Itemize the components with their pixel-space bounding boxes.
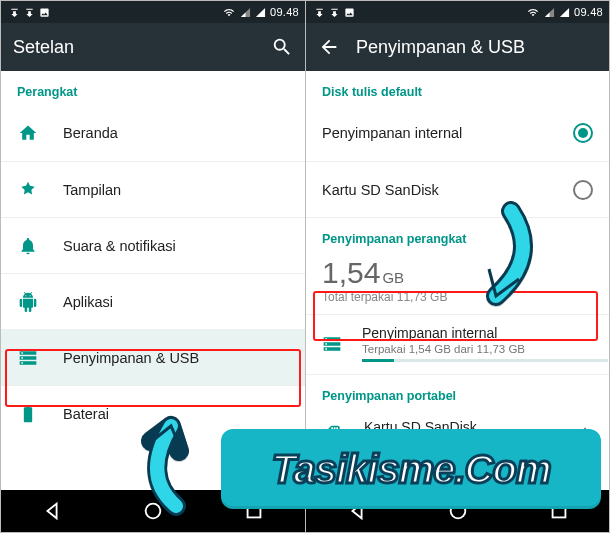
radio-selected-icon[interactable] (573, 123, 593, 143)
section-header-device: Perangkat (1, 71, 305, 105)
settings-item-storage[interactable]: Penyimpanan & USB (1, 329, 305, 385)
section-default-disk: Disk tulis default (306, 71, 609, 105)
internal-storage-item[interactable]: Penyimpanan internal Terpakai 1,54 GB da… (306, 315, 609, 368)
internal-progress (362, 359, 608, 362)
bell-icon (17, 236, 39, 256)
nav-back-icon[interactable] (41, 500, 63, 522)
internal-label: Penyimpanan internal (362, 325, 608, 341)
screenshot-icon (39, 7, 50, 18)
battery-icon (17, 404, 39, 424)
settings-item-sound[interactable]: Suara & notifikasi (1, 217, 305, 273)
wifi-icon (222, 7, 236, 18)
default-option-sdcard[interactable]: Kartu SD SanDisk (306, 161, 609, 217)
signal-icon (559, 7, 570, 18)
storage-icon (17, 348, 39, 368)
radio-unselected-icon[interactable] (573, 180, 593, 200)
summary-sub: Total terpakai 11,73 GB (322, 290, 593, 304)
android-icon (17, 292, 39, 312)
appbar-title: Penyimpanan & USB (356, 37, 597, 58)
watermark-badge: Tasikisme.Com (221, 429, 601, 509)
status-bar: 09.48 (1, 1, 305, 23)
nav-home-icon[interactable] (142, 500, 164, 522)
screenshot-icon (344, 7, 355, 18)
item-label: Baterai (63, 406, 289, 422)
app-bar: Penyimpanan & USB (306, 23, 609, 71)
search-icon[interactable] (271, 36, 293, 58)
section-device-storage: Penyimpanan perangkat (306, 217, 609, 252)
item-label: Aplikasi (63, 294, 289, 310)
app-bar: Setelan (1, 23, 305, 71)
signal-icon (544, 7, 555, 18)
download-icon (314, 7, 325, 18)
storage-summary: 1,54GB Total terpakai 11,73 GB (306, 252, 609, 315)
settings-list: Perangkat Beranda Tampilan Suara & notif… (1, 71, 305, 490)
default-option-internal[interactable]: Penyimpanan internal (306, 105, 609, 161)
storage-icon (322, 334, 342, 354)
item-label: Tampilan (63, 182, 289, 198)
signal-icon (240, 7, 251, 18)
signal-icon (255, 7, 266, 18)
option-label: Penyimpanan internal (322, 125, 549, 141)
appbar-title: Setelan (13, 37, 255, 58)
internal-sub: Terpakai 1,54 GB dari 11,73 GB (362, 343, 608, 355)
svg-point-0 (146, 504, 161, 519)
display-icon (17, 180, 39, 200)
storage-content: Disk tulis default Penyimpanan internal … (306, 71, 609, 490)
status-time: 09.48 (270, 6, 299, 18)
section-portable-storage: Penyimpanan portabel (306, 374, 609, 409)
status-time: 09.48 (574, 6, 603, 18)
item-label: Beranda (63, 125, 289, 141)
download-icon (24, 7, 35, 18)
home-icon (17, 123, 39, 143)
wifi-icon (526, 7, 540, 18)
download-icon (9, 7, 20, 18)
settings-item-home[interactable]: Beranda (1, 105, 305, 161)
option-label: Kartu SD SanDisk (322, 182, 549, 198)
used-value: 1,54 (322, 256, 380, 290)
item-label: Suara & notifikasi (63, 238, 289, 254)
used-unit: GB (382, 269, 404, 286)
download-icon (329, 7, 340, 18)
item-label: Penyimpanan & USB (63, 350, 289, 366)
settings-item-display[interactable]: Tampilan (1, 161, 305, 217)
back-arrow-icon[interactable] (318, 36, 340, 58)
watermark-text: Tasikisme.Com (272, 447, 551, 492)
status-bar: 09.48 (306, 1, 609, 23)
settings-item-apps[interactable]: Aplikasi (1, 273, 305, 329)
